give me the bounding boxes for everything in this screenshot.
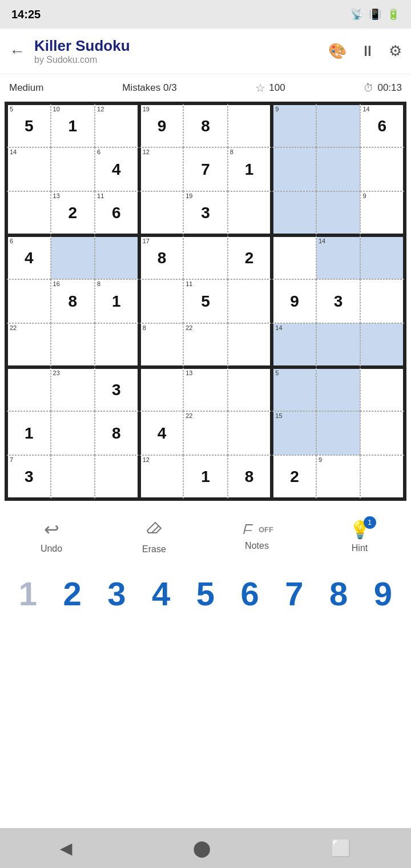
num-5-button[interactable]: 5 — [186, 577, 225, 610]
table-row[interactable]: 22 — [183, 323, 228, 367]
table-row[interactable]: 115 — [183, 279, 228, 323]
table-row[interactable] — [228, 191, 272, 235]
num-4-button[interactable]: 4 — [141, 577, 181, 610]
table-row[interactable]: 73 — [6, 455, 51, 499]
table-row[interactable] — [183, 235, 228, 279]
table-row[interactable]: 1 — [6, 411, 51, 455]
table-row[interactable]: 81 — [95, 279, 139, 323]
table-row[interactable]: 178 — [139, 235, 184, 279]
table-row[interactable] — [360, 455, 405, 499]
table-row[interactable]: 22 — [183, 411, 228, 455]
table-row[interactable]: 22 — [6, 323, 51, 367]
table-row[interactable] — [6, 367, 51, 411]
table-row[interactable] — [228, 279, 272, 323]
sudoku-grid[interactable]: 5510112199891461464127811321161939641782… — [5, 102, 406, 501]
table-row[interactable] — [51, 235, 95, 279]
table-row[interactable] — [272, 235, 316, 279]
table-row[interactable] — [139, 191, 184, 235]
table-row[interactable]: 8 — [95, 411, 139, 455]
table-row[interactable] — [272, 147, 316, 191]
undo-button[interactable]: ↩ Undo — [17, 519, 86, 554]
table-row[interactable]: 12 — [95, 103, 139, 147]
table-row[interactable] — [139, 367, 184, 411]
table-row[interactable]: 146 — [360, 103, 405, 147]
table-row[interactable]: 9 — [272, 279, 316, 323]
palette-icon[interactable]: 🎨 — [328, 42, 346, 60]
table-row[interactable]: 101 — [51, 103, 95, 147]
table-row[interactable]: 2 — [228, 235, 272, 279]
table-row[interactable] — [360, 411, 405, 455]
table-row[interactable]: 193 — [183, 191, 228, 235]
table-row[interactable] — [360, 235, 405, 279]
table-row[interactable]: 13 — [183, 367, 228, 411]
pause-icon[interactable]: ⏸ — [360, 42, 375, 60]
table-row[interactable]: 9 — [272, 103, 316, 147]
table-row[interactable] — [6, 279, 51, 323]
table-row[interactable] — [95, 323, 139, 367]
table-row[interactable]: 168 — [51, 279, 95, 323]
table-row[interactable]: 2 — [272, 455, 316, 499]
table-row[interactable] — [95, 455, 139, 499]
table-row[interactable] — [360, 279, 405, 323]
table-row[interactable]: 9 — [360, 191, 405, 235]
notes-button[interactable]: OFF Notes — [223, 521, 291, 551]
num-3-button[interactable]: 3 — [96, 577, 136, 610]
num-6-button[interactable]: 6 — [230, 577, 270, 610]
num-9-button[interactable]: 9 — [363, 577, 403, 610]
num-8-button[interactable]: 8 — [319, 577, 358, 610]
table-row[interactable] — [316, 147, 361, 191]
table-row[interactable] — [51, 411, 95, 455]
table-row[interactable]: 5 — [272, 367, 316, 411]
table-row[interactable] — [51, 323, 95, 367]
table-row[interactable]: 64 — [95, 147, 139, 191]
table-row[interactable]: 14 — [316, 235, 361, 279]
back-button[interactable]: ← — [9, 42, 25, 61]
table-row[interactable] — [272, 191, 316, 235]
table-row[interactable]: 8 — [228, 455, 272, 499]
table-row[interactable]: 7 — [183, 147, 228, 191]
table-row[interactable]: 9 — [316, 455, 361, 499]
table-row[interactable] — [95, 235, 139, 279]
table-row[interactable] — [360, 323, 405, 367]
table-row[interactable]: 64 — [6, 235, 51, 279]
table-row[interactable]: 132 — [51, 191, 95, 235]
table-row[interactable]: 14 — [6, 147, 51, 191]
num-1-button[interactable]: 1 — [8, 577, 48, 610]
table-row[interactable] — [6, 191, 51, 235]
table-row[interactable]: 4 — [139, 411, 184, 455]
table-row[interactable]: 3 — [316, 279, 361, 323]
table-row[interactable] — [228, 367, 272, 411]
table-row[interactable]: 3 — [95, 367, 139, 411]
table-row[interactable]: 23 — [51, 367, 95, 411]
table-row[interactable]: 12 — [139, 147, 184, 191]
settings-icon[interactable]: ⚙ — [389, 42, 402, 60]
table-row[interactable]: 81 — [228, 147, 272, 191]
erase-button[interactable]: Erase — [120, 518, 188, 554]
table-row[interactable]: 8 — [139, 323, 184, 367]
num-2-button[interactable]: 2 — [53, 577, 92, 610]
table-row[interactable]: 116 — [95, 191, 139, 235]
table-row[interactable]: 15 — [272, 411, 316, 455]
table-row[interactable] — [316, 323, 361, 367]
table-row[interactable] — [228, 103, 272, 147]
table-row[interactable]: 1 — [183, 455, 228, 499]
table-row[interactable]: 55 — [6, 103, 51, 147]
table-row[interactable] — [316, 411, 361, 455]
table-row[interactable] — [316, 191, 361, 235]
num-7-button[interactable]: 7 — [274, 577, 314, 610]
nav-home-button[interactable]: ⬤ — [193, 839, 211, 858]
nav-recents-button[interactable]: ⬜ — [331, 839, 351, 858]
table-row[interactable] — [139, 279, 184, 323]
table-row[interactable] — [360, 147, 405, 191]
table-row[interactable]: 199 — [139, 103, 184, 147]
table-row[interactable]: 14 — [272, 323, 316, 367]
table-row[interactable] — [316, 367, 361, 411]
table-row[interactable] — [360, 367, 405, 411]
table-row[interactable] — [228, 411, 272, 455]
table-row[interactable] — [228, 323, 272, 367]
table-row[interactable] — [51, 455, 95, 499]
table-row[interactable]: 12 — [139, 455, 184, 499]
nav-back-button[interactable]: ◀ — [60, 839, 72, 858]
table-row[interactable] — [51, 147, 95, 191]
table-row[interactable] — [316, 103, 361, 147]
